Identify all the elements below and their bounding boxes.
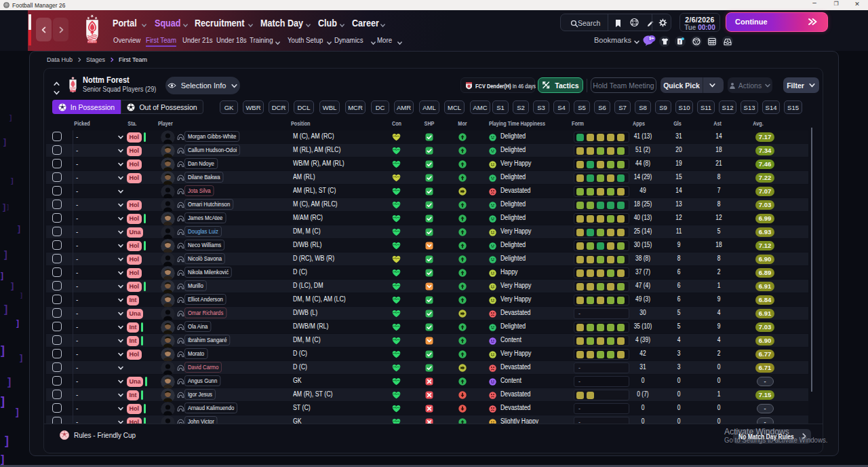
svg-text:!: ! [679,39,680,44]
svg-text:9+: 9+ [649,36,654,41]
svg-text:FOREST: FOREST [88,41,97,43]
